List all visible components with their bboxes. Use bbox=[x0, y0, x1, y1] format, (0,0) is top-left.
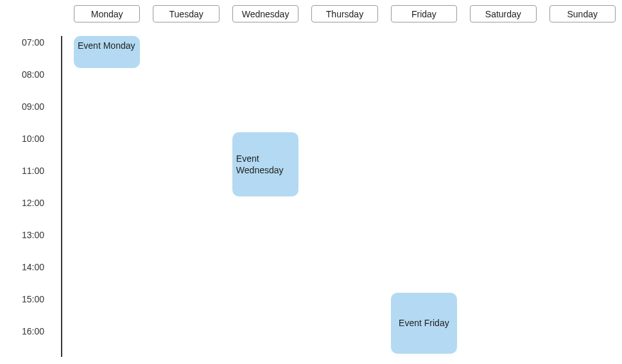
day-header-monday[interactable]: Monday bbox=[74, 5, 140, 22]
time-label: 07:00 bbox=[0, 36, 61, 68]
event-title: Event Monday bbox=[78, 40, 135, 51]
day-column-saturday[interactable] bbox=[470, 36, 536, 364]
event-friday[interactable]: Event Friday bbox=[391, 293, 457, 354]
day-column-thursday[interactable] bbox=[311, 36, 377, 364]
day-header-thursday[interactable]: Thursday bbox=[311, 5, 377, 22]
time-label: 15:00 bbox=[0, 293, 61, 325]
day-header-friday[interactable]: Friday bbox=[391, 5, 457, 22]
day-column-monday[interactable]: Event Monday bbox=[74, 36, 140, 364]
time-label: 16:00 bbox=[0, 325, 61, 357]
time-axis-line bbox=[61, 36, 62, 357]
time-label: 13:00 bbox=[0, 229, 61, 261]
time-label: 10:00 bbox=[0, 132, 61, 164]
time-label: 12:00 bbox=[0, 196, 61, 229]
day-header-wednesday[interactable]: Wednesday bbox=[232, 5, 298, 22]
day-column-sunday[interactable] bbox=[549, 36, 616, 364]
event-title: Event Wednesday bbox=[236, 153, 295, 176]
day-header-row: Monday Tuesday Wednesday Thursday Friday… bbox=[74, 5, 616, 22]
day-column-friday[interactable]: Event Friday bbox=[391, 36, 457, 364]
day-header-saturday[interactable]: Saturday bbox=[470, 5, 536, 22]
time-label: 11:00 bbox=[0, 164, 61, 196]
event-title: Event Friday bbox=[399, 317, 449, 329]
time-label: 09:00 bbox=[0, 100, 61, 132]
event-wednesday[interactable]: Event Wednesday bbox=[232, 132, 298, 196]
time-label: 08:00 bbox=[0, 68, 61, 100]
time-axis: 07:00 08:00 09:00 10:00 11:00 12:00 13:0… bbox=[0, 36, 61, 357]
week-calendar: Monday Tuesday Wednesday Thursday Friday… bbox=[0, 0, 622, 364]
day-column-tuesday[interactable] bbox=[153, 36, 219, 364]
calendar-grid: Event Monday Event Wednesday Event Frida… bbox=[74, 36, 616, 364]
time-label: 14:00 bbox=[0, 261, 61, 293]
event-monday[interactable]: Event Monday bbox=[74, 36, 140, 68]
day-header-tuesday[interactable]: Tuesday bbox=[153, 5, 219, 22]
day-column-wednesday[interactable]: Event Wednesday bbox=[232, 36, 298, 364]
day-header-sunday[interactable]: Sunday bbox=[549, 5, 616, 22]
